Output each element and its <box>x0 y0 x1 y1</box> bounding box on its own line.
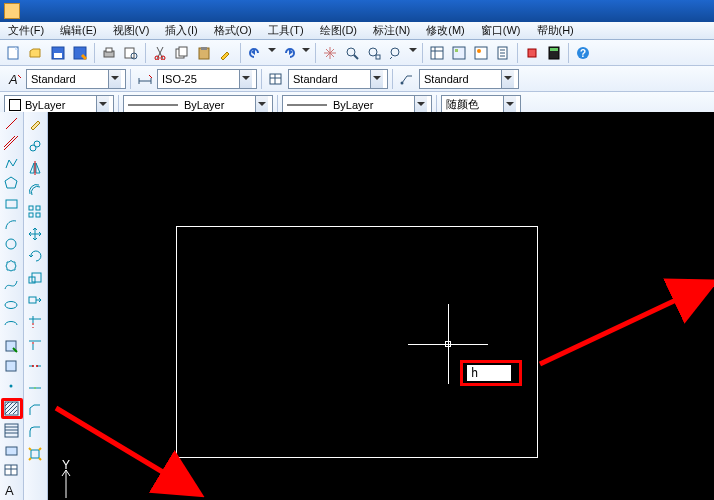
region-tool[interactable] <box>2 441 22 459</box>
menu-draw[interactable]: 绘图(D) <box>312 23 365 38</box>
svg-rect-21 <box>475 47 487 59</box>
point-tool[interactable] <box>2 378 22 396</box>
saveas-button[interactable] <box>70 43 90 63</box>
open-button[interactable] <box>26 43 46 63</box>
textstyle-icon[interactable]: A <box>4 69 24 89</box>
mirror-tool[interactable] <box>26 158 46 178</box>
menu-window[interactable]: 窗口(W) <box>473 23 529 38</box>
polygon-tool[interactable] <box>2 175 22 193</box>
zoom-window-button[interactable] <box>364 43 384 63</box>
erase-tool[interactable] <box>26 114 46 134</box>
lineweight-value: ByLayer <box>333 99 373 111</box>
rectangle-tool[interactable] <box>2 195 22 213</box>
menu-insert[interactable]: 插入(I) <box>157 23 205 38</box>
trim-tool[interactable] <box>26 312 46 332</box>
undo-button[interactable] <box>245 43 265 63</box>
tablestyle-icon[interactable] <box>266 69 286 89</box>
svg-point-22 <box>477 49 481 53</box>
svg-rect-53 <box>36 206 40 210</box>
new-button[interactable] <box>4 43 24 63</box>
styles-toolbar: A Standard ISO-25 Standard Standard <box>0 66 714 92</box>
sheetset-button[interactable] <box>493 43 513 63</box>
offset-tool[interactable] <box>26 180 46 200</box>
xline-tool[interactable] <box>2 134 22 152</box>
svg-point-60 <box>36 365 38 367</box>
polyline-tool[interactable] <box>2 155 22 173</box>
svg-line-36 <box>4 136 15 147</box>
properties-button[interactable] <box>427 43 447 63</box>
cut-button[interactable] <box>150 43 170 63</box>
svg-text:A: A <box>5 483 14 498</box>
menu-file[interactable]: 文件(F) <box>0 23 52 38</box>
tablestyle-dropdown[interactable]: Standard <box>288 69 388 89</box>
table-tool[interactable] <box>2 462 22 480</box>
menu-modify[interactable]: 修改(M) <box>418 23 473 38</box>
color-swatch <box>9 99 21 111</box>
svg-rect-11 <box>179 47 187 56</box>
zoom-dropdown[interactable] <box>408 43 418 63</box>
dynamic-command-input[interactable] <box>467 365 511 381</box>
ellipsearc-tool[interactable] <box>2 317 22 335</box>
menu-help[interactable]: 帮助(H) <box>529 23 582 38</box>
undo-dropdown[interactable] <box>267 43 277 63</box>
copy-tool[interactable] <box>26 136 46 156</box>
copy-button[interactable] <box>172 43 192 63</box>
rotate-tool[interactable] <box>26 246 46 266</box>
redo-dropdown[interactable] <box>301 43 311 63</box>
gradient-tool[interactable] <box>2 421 22 439</box>
menu-dimension[interactable]: 标注(N) <box>365 23 418 38</box>
draw-toolbar: A <box>0 112 24 500</box>
svg-rect-18 <box>431 47 443 59</box>
break-tool[interactable] <box>26 356 46 376</box>
svg-point-31 <box>401 81 404 84</box>
dimstyle-value: ISO-25 <box>162 73 197 85</box>
svg-rect-55 <box>36 213 40 217</box>
extend-tool[interactable] <box>26 334 46 354</box>
hatch-tool[interactable] <box>1 398 23 419</box>
array-tool[interactable] <box>26 202 46 222</box>
menu-format[interactable]: 格式(O) <box>206 23 260 38</box>
scale-tool[interactable] <box>26 268 46 288</box>
arc-tool[interactable] <box>2 215 22 233</box>
help-button[interactable]: ? <box>573 43 593 63</box>
calculator-button[interactable] <box>544 43 564 63</box>
svg-rect-46 <box>6 447 17 455</box>
save-button[interactable] <box>48 43 68 63</box>
mleaderstyle-dropdown[interactable]: Standard <box>419 69 519 89</box>
zoom-previous-button[interactable] <box>386 43 406 63</box>
move-tool[interactable] <box>26 224 46 244</box>
designcenter-button[interactable] <box>449 43 469 63</box>
pan-button[interactable] <box>320 43 340 63</box>
stretch-tool[interactable] <box>26 290 46 310</box>
mtext-tool[interactable]: A <box>2 482 22 500</box>
chevron-down-icon <box>503 96 516 114</box>
svg-rect-2 <box>54 53 62 58</box>
marker-button[interactable] <box>522 43 542 63</box>
zoom-realtime-button[interactable] <box>342 43 362 63</box>
mleaderstyle-icon[interactable] <box>397 69 417 89</box>
menu-tools[interactable]: 工具(T) <box>260 23 312 38</box>
dimstyle-dropdown[interactable]: ISO-25 <box>157 69 257 89</box>
textstyle-dropdown[interactable]: Standard <box>26 69 126 89</box>
makeblock-tool[interactable] <box>2 357 22 375</box>
revcloud-tool[interactable] <box>2 256 22 274</box>
menu-view[interactable]: 视图(V) <box>105 23 158 38</box>
toolpalette-button[interactable] <box>471 43 491 63</box>
line-tool[interactable] <box>2 114 22 132</box>
dimstyle-icon[interactable] <box>135 69 155 89</box>
print-button[interactable] <box>99 43 119 63</box>
pickbox <box>445 341 451 347</box>
redo-button[interactable] <box>279 43 299 63</box>
menu-edit[interactable]: 编辑(E) <box>52 23 105 38</box>
spline-tool[interactable] <box>2 276 22 294</box>
matchprop-button[interactable] <box>216 43 236 63</box>
paste-button[interactable] <box>194 43 214 63</box>
print-preview-button[interactable] <box>121 43 141 63</box>
menu-bar[interactable]: 文件(F) 编辑(E) 视图(V) 插入(I) 格式(O) 工具(T) 绘图(D… <box>0 22 714 40</box>
title-bar <box>0 0 714 22</box>
ellipse-tool[interactable] <box>2 297 22 315</box>
drawing-canvas[interactable]: Y <box>48 112 714 500</box>
svg-rect-54 <box>29 213 33 217</box>
circle-tool[interactable] <box>2 236 22 254</box>
insertblock-tool[interactable] <box>2 337 22 355</box>
